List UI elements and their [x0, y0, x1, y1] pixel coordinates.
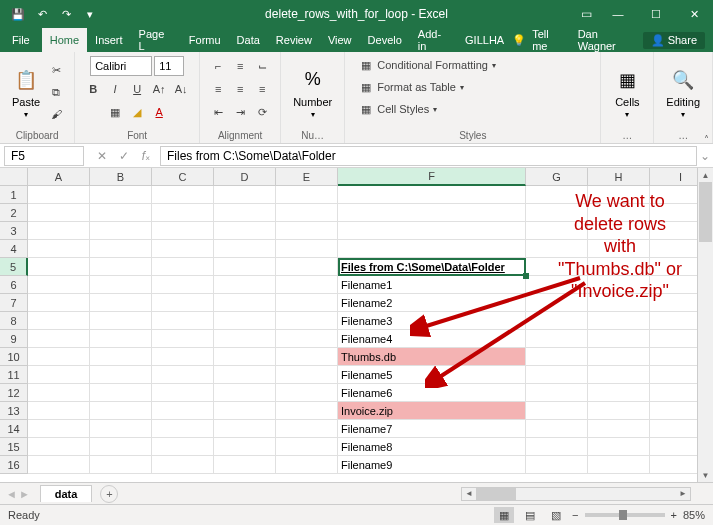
cell-E4[interactable]	[276, 240, 338, 258]
align-bottom-button[interactable]: ⌙	[252, 56, 272, 76]
row-header-13[interactable]: 13	[0, 402, 28, 420]
cell-C2[interactable]	[152, 204, 214, 222]
font-name-select[interactable]: Calibri	[90, 56, 152, 76]
increase-indent-button[interactable]: ⇥	[230, 102, 250, 122]
add-sheet-button[interactable]: +	[100, 485, 118, 503]
cell-B16[interactable]	[90, 456, 152, 474]
cell-C1[interactable]	[152, 186, 214, 204]
underline-button[interactable]: U	[127, 79, 147, 99]
maximize-button[interactable]: ☐	[637, 0, 675, 28]
format-as-table-button[interactable]: ▦ Format as Table ▾	[353, 78, 470, 96]
normal-view-icon[interactable]: ▦	[494, 507, 514, 523]
cell-E9[interactable]	[276, 330, 338, 348]
tab-file[interactable]: File	[0, 28, 42, 52]
bold-button[interactable]: B	[83, 79, 103, 99]
cell-B3[interactable]	[90, 222, 152, 240]
row-header-1[interactable]: 1	[0, 186, 28, 204]
cell-E6[interactable]	[276, 276, 338, 294]
format-painter-button[interactable]: 🖌	[46, 104, 66, 124]
increase-font-button[interactable]: A↑	[149, 79, 169, 99]
cell-C13[interactable]	[152, 402, 214, 420]
cell-H11[interactable]	[588, 366, 650, 384]
user-name[interactable]: Dan Wagner	[578, 28, 637, 52]
cell-B7[interactable]	[90, 294, 152, 312]
cell-E1[interactable]	[276, 186, 338, 204]
cell-G2[interactable]	[526, 204, 588, 222]
cell-G15[interactable]	[526, 438, 588, 456]
column-header-C[interactable]: C	[152, 168, 214, 186]
cell-D9[interactable]	[214, 330, 276, 348]
row-header-8[interactable]: 8	[0, 312, 28, 330]
font-size-select[interactable]: 11	[154, 56, 184, 76]
tab-review[interactable]: Review	[268, 28, 320, 52]
cell-D7[interactable]	[214, 294, 276, 312]
cell-B15[interactable]	[90, 438, 152, 456]
tab-developer[interactable]: Develo	[360, 28, 410, 52]
tell-me[interactable]: Tell me	[532, 28, 566, 52]
cell-B4[interactable]	[90, 240, 152, 258]
cell-C8[interactable]	[152, 312, 214, 330]
cell-G13[interactable]	[526, 402, 588, 420]
cell-D5[interactable]	[214, 258, 276, 276]
row-header-14[interactable]: 14	[0, 420, 28, 438]
qat-customize-icon[interactable]: ▾	[80, 4, 100, 24]
cell-C3[interactable]	[152, 222, 214, 240]
column-header-D[interactable]: D	[214, 168, 276, 186]
decrease-font-button[interactable]: A↓	[171, 79, 191, 99]
cell-G12[interactable]	[526, 384, 588, 402]
cell-F4[interactable]	[338, 240, 526, 258]
cell-C10[interactable]	[152, 348, 214, 366]
row-header-15[interactable]: 15	[0, 438, 28, 456]
column-header-B[interactable]: B	[90, 168, 152, 186]
sheet-nav-prev-icon[interactable]: ◄	[6, 488, 17, 500]
cancel-formula-icon[interactable]: ✕	[92, 146, 112, 166]
sheet-nav-next-icon[interactable]: ►	[19, 488, 30, 500]
cell-H12[interactable]	[588, 384, 650, 402]
expand-formula-bar-icon[interactable]: ⌄	[697, 149, 713, 163]
insert-function-icon[interactable]: fₓ	[136, 146, 156, 166]
tab-insert[interactable]: Insert	[87, 28, 131, 52]
row-header-16[interactable]: 16	[0, 456, 28, 474]
cell-G1[interactable]	[526, 186, 588, 204]
close-button[interactable]: ✕	[675, 0, 713, 28]
cut-button[interactable]: ✂	[46, 60, 66, 80]
cell-F6[interactable]: Filename1	[338, 276, 526, 294]
column-header-E[interactable]: E	[276, 168, 338, 186]
cell-F9[interactable]: Filename4	[338, 330, 526, 348]
cell-G9[interactable]	[526, 330, 588, 348]
cell-E16[interactable]	[276, 456, 338, 474]
scroll-right-icon[interactable]: ►	[676, 488, 690, 500]
cell-G5[interactable]	[526, 258, 588, 276]
minimize-button[interactable]: —	[599, 0, 637, 28]
cell-G4[interactable]	[526, 240, 588, 258]
fill-handle[interactable]	[523, 273, 529, 279]
row-header-9[interactable]: 9	[0, 330, 28, 348]
number-format-button[interactable]: % Number ▾	[289, 64, 336, 121]
cell-A6[interactable]	[28, 276, 90, 294]
undo-icon[interactable]: ↶	[32, 4, 52, 24]
cell-C16[interactable]	[152, 456, 214, 474]
cell-G3[interactable]	[526, 222, 588, 240]
tab-data[interactable]: Data	[229, 28, 268, 52]
tab-page-layout[interactable]: Page L	[131, 28, 181, 52]
tab-home[interactable]: Home	[42, 28, 87, 52]
cell-A3[interactable]	[28, 222, 90, 240]
cell-H5[interactable]	[588, 258, 650, 276]
cell-C4[interactable]	[152, 240, 214, 258]
cell-D8[interactable]	[214, 312, 276, 330]
vscroll-thumb[interactable]	[699, 182, 712, 242]
cell-E3[interactable]	[276, 222, 338, 240]
scroll-left-icon[interactable]: ◄	[462, 488, 476, 500]
cell-A1[interactable]	[28, 186, 90, 204]
cell-H16[interactable]	[588, 456, 650, 474]
tab-gillha[interactable]: GILLHA	[457, 28, 512, 52]
cell-E5[interactable]	[276, 258, 338, 276]
ribbon-display-options-icon[interactable]: ▭	[573, 0, 599, 28]
cell-C9[interactable]	[152, 330, 214, 348]
cell-A13[interactable]	[28, 402, 90, 420]
sheet-tab-data[interactable]: data	[40, 485, 93, 502]
row-header-11[interactable]: 11	[0, 366, 28, 384]
row-header-12[interactable]: 12	[0, 384, 28, 402]
cell-D16[interactable]	[214, 456, 276, 474]
cell-G7[interactable]	[526, 294, 588, 312]
